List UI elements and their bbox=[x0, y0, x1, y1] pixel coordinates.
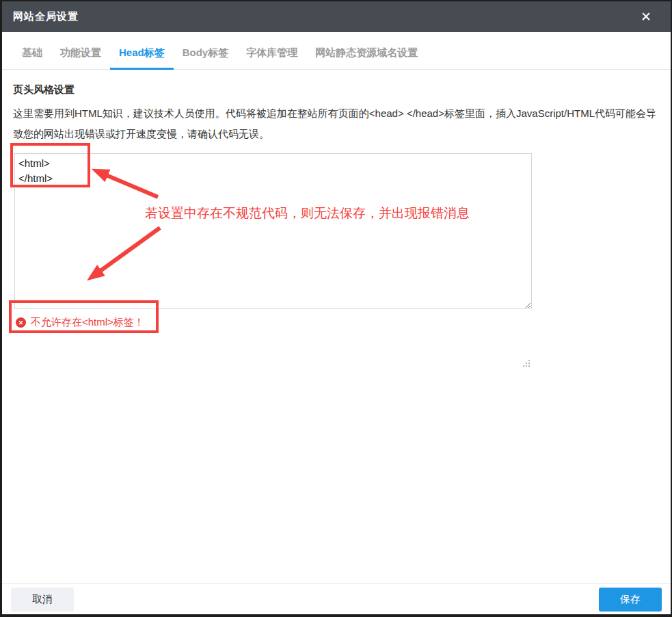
head-code-textarea[interactable]: <html> </html> bbox=[14, 153, 532, 309]
validation-error: ✕ 不允许存在<html>标签！ bbox=[16, 316, 671, 329]
tab-static-resource-domain[interactable]: 网站静态资源域名设置 bbox=[306, 36, 427, 70]
tab-head-tag[interactable]: Head标签 bbox=[110, 36, 174, 70]
dialog-title: 网站全局设置 bbox=[13, 10, 79, 23]
site-global-settings-dialog: 网站全局设置 ✕ 基础 功能设置 Head标签 Body标签 字体库管理 网站静… bbox=[0, 0, 672, 617]
save-button[interactable]: 保存 bbox=[599, 588, 662, 612]
close-icon[interactable]: ✕ bbox=[636, 8, 656, 26]
cancel-button[interactable]: 取消 bbox=[11, 588, 74, 612]
section-title: 页头风格设置 bbox=[13, 83, 660, 96]
error-message: 不允许存在<html>标签！ bbox=[31, 316, 144, 329]
dialog-footer: 取消 保存 bbox=[2, 583, 671, 614]
tab-font-library[interactable]: 字体库管理 bbox=[237, 36, 306, 70]
tab-basic[interactable]: 基础 bbox=[13, 36, 51, 70]
section-description: 这里需要用到HTML知识，建议技术人员使用。代码将被追加在整站所有页面的<hea… bbox=[13, 103, 661, 144]
dialog-titlebar: 网站全局设置 ✕ bbox=[2, 1, 671, 32]
tab-function-settings[interactable]: 功能设置 bbox=[51, 36, 110, 70]
tab-panel-head-tag: 页头风格设置 这里需要用到HTML知识，建议技术人员使用。代码将被追加在整站所有… bbox=[2, 70, 671, 583]
error-circle-x-icon: ✕ bbox=[16, 317, 26, 328]
textarea-resize-grip-icon[interactable] bbox=[523, 359, 530, 367]
tab-body-tag[interactable]: Body标签 bbox=[174, 36, 238, 70]
settings-tabbar: 基础 功能设置 Head标签 Body标签 字体库管理 网站静态资源域名设置 bbox=[2, 32, 671, 70]
